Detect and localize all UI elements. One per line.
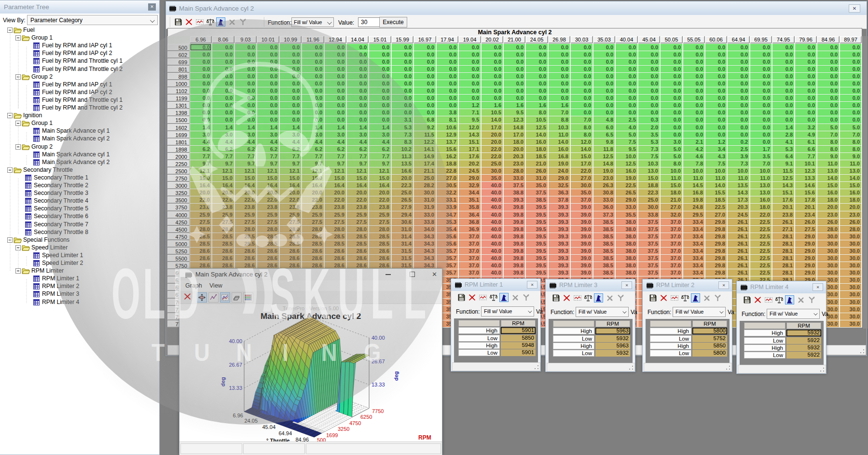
svg-text:7750: 7750 xyxy=(372,408,384,414)
svg-text:deg: deg xyxy=(220,377,226,386)
svg-text:24.05: 24.05 xyxy=(244,418,258,424)
svg-text:26.67: 26.67 xyxy=(372,358,385,364)
svg-text:40.00: 40.00 xyxy=(372,335,385,341)
svg-text:45.04: 45.04 xyxy=(262,424,276,430)
svg-text:4750: 4750 xyxy=(349,420,361,426)
svg-text:64.94: 64.94 xyxy=(278,430,292,436)
svg-text:RPM: RPM xyxy=(418,434,431,441)
svg-text:26.67: 26.67 xyxy=(229,362,242,368)
svg-text:40.00: 40.00 xyxy=(229,338,242,344)
svg-text:6250: 6250 xyxy=(360,414,372,420)
svg-text:3250: 3250 xyxy=(338,426,349,432)
svg-text:13.33: 13.33 xyxy=(229,385,242,391)
svg-text:1699: 1699 xyxy=(326,432,338,438)
svg-text:deg: deg xyxy=(393,371,399,381)
svg-text:6.96: 6.96 xyxy=(233,413,243,418)
svg-text:13.33: 13.33 xyxy=(372,382,385,387)
